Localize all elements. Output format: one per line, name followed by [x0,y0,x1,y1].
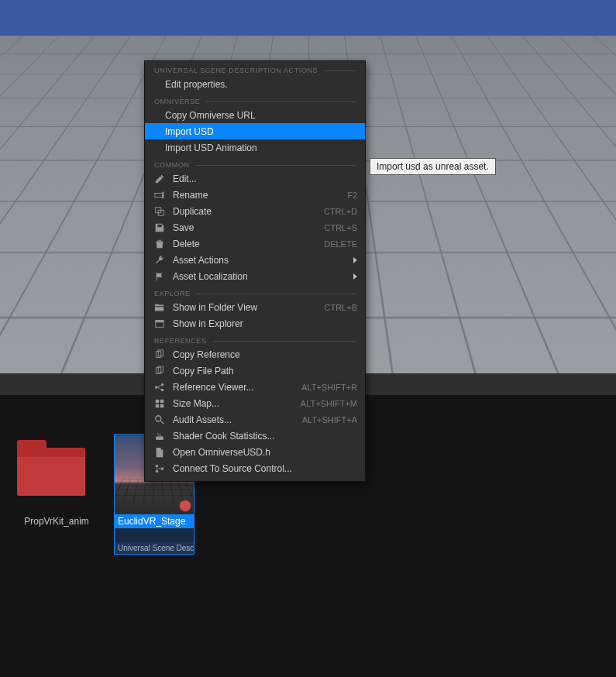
menu-item-label: Open OmniverseUSD.h [173,447,357,458]
svg-point-19 [156,469,159,473]
menu-section-header: COMMON [145,156,365,170]
section-divider [213,341,356,342]
menu-item-show-in-explorer[interactable]: Show in Explorer [145,315,365,332]
tooltip-text: Import usd as unreal asset. [377,161,489,172]
menu-item-save[interactable]: Save CTRL+S [145,219,365,235]
menu-item-rename[interactable]: Rename F2 [145,187,365,203]
asset-type: Universal Scene Descr... [115,542,194,554]
menu-item-reference-viewer[interactable]: Reference Viewer... ALT+SHIFT+R [145,379,365,395]
magnify-icon [154,414,165,425]
graph-icon [154,382,165,393]
menu-item-label: Rename [173,190,341,201]
svg-point-17 [156,415,161,421]
menu-item-label: Connect To Source Control... [173,463,357,474]
folder-asset[interactable]: n [0,434,2,555]
menu-item-label: Audit Assets... [173,414,296,425]
menu-item-shader-cook-stats[interactable]: Shader Cook Statistics... [145,428,365,444]
chevron-right-icon [353,257,357,263]
menu-item-shortcut: F2 [347,191,357,200]
svg-point-12 [161,388,164,391]
menu-item-open-header[interactable]: Open OmniverseUSD.h [145,444,365,460]
menu-item-show-in-folder-view[interactable]: Show in Folder View CTRL+B [145,299,365,315]
svg-rect-15 [156,404,159,407]
context-menu: UNIVERSAL SCENE DESCRIPTION ACTIONS Edit… [144,60,366,482]
menu-item-label: Reference Viewer... [173,382,295,393]
menu-item-connect-source-control[interactable]: Connect To Source Control... [145,460,365,476]
svg-point-11 [161,383,164,386]
pencil-icon [154,174,165,184]
menu-item-label: Show in Explorer [173,318,357,329]
menu-item-duplicate[interactable]: Duplicate CTRL+D [145,203,365,219]
menu-item-label: Size Map... [173,398,294,409]
menu-item-label: Edit... [173,174,357,184]
asset-name: EuclidVR_Stage [115,514,194,528]
svg-rect-14 [160,399,163,402]
tooltip: Import usd as unreal asset. [370,158,496,175]
section-title: REFERENCES [154,337,207,345]
menu-item-import-usd-animation[interactable]: Import USD Animation [145,139,365,156]
section-divider [206,101,356,102]
wrench-icon [154,255,165,266]
menu-section-header: REFERENCES [145,332,365,346]
menu-section-header: OMNIVERSE [145,92,365,107]
menu-item-shortcut: ALT+SHIFT+R [301,383,357,392]
menu-item-label: Copy Reference [173,349,357,360]
section-title: COMMON [154,161,190,169]
svg-rect-13 [156,399,159,402]
menu-item-label: Shader Cook Statistics... [173,431,357,442]
menu-item-copy-reference[interactable]: Copy Reference [145,346,365,363]
menu-item-delete[interactable]: Delete DELETE [145,235,365,252]
menu-item-import-usd[interactable]: Import USD [145,123,365,139]
copy-path-icon [154,366,165,376]
menu-item-asset-localization[interactable]: Asset Localization [145,268,365,284]
svg-rect-5 [156,320,164,322]
menu-item-label: Delete [173,239,318,249]
menu-item-label: Show in Folder View [173,302,318,313]
svg-point-20 [161,467,164,470]
duplicate-icon [154,206,165,217]
menu-item-shortcut: CTRL+S [325,223,358,232]
menu-item-label: Copy File Path [173,366,357,376]
chevron-right-icon [353,273,357,280]
menu-item-label: Asset Actions [173,255,347,266]
menu-item-shortcut: CTRL+B [325,303,358,312]
svg-rect-0 [155,193,163,197]
section-title: EXPLORE [154,290,191,297]
menu-item-audit-assets[interactable]: Audit Assets... ALT+SHIFT+A [145,411,365,428]
menu-section-header: EXPLORE [145,284,365,299]
menu-item-shortcut: ALT+SHIFT+A [302,415,357,424]
section-divider [197,294,356,294]
menu-item-size-map[interactable]: Size Map... ALT+SHIFT+M [145,395,365,411]
svg-rect-16 [160,404,163,407]
menu-item-shortcut: CTRL+D [324,207,357,216]
menu-item-shortcut: ALT+SHIFT+M [301,399,357,408]
menu-section-header: UNIVERSAL SCENE DESCRIPTION ACTIONS [145,61,365,76]
menu-item-edit-properties[interactable]: Edit properties. [145,76,365,92]
menu-item-edit[interactable]: Edit... [145,170,365,187]
section-divider [324,70,356,71]
svg-rect-1 [163,191,164,198]
section-title: OMNIVERSE [154,98,200,105]
flag-icon [154,271,165,282]
dirty-badge-icon [179,500,191,512]
asset-label: PropVrKit_anim [24,516,89,527]
menu-item-label: Duplicate [173,206,318,217]
cook-icon [154,431,165,442]
grid-icon [154,398,165,409]
folder-asset[interactable]: PropVrKit_anim [14,434,99,555]
explorer-icon [154,318,165,329]
menu-item-asset-actions[interactable]: Asset Actions [145,252,365,268]
menu-item-copy-omniverse-url[interactable]: Copy Omniverse URL [145,107,365,123]
rename-icon [154,190,165,201]
source-control-icon [154,463,165,474]
menu-item-shortcut: DELETE [324,239,357,249]
menu-item-label: Import USD [165,126,357,137]
menu-item-copy-file-path[interactable]: Copy File Path [145,363,365,379]
svg-point-10 [155,386,158,389]
file-icon [154,447,165,458]
svg-point-18 [156,464,159,467]
menu-item-label: Asset Localization [173,271,347,282]
viewport-sky [0,0,616,36]
menu-item-label: Edit properties. [165,79,357,90]
menu-item-label: Import USD Animation [165,143,357,153]
